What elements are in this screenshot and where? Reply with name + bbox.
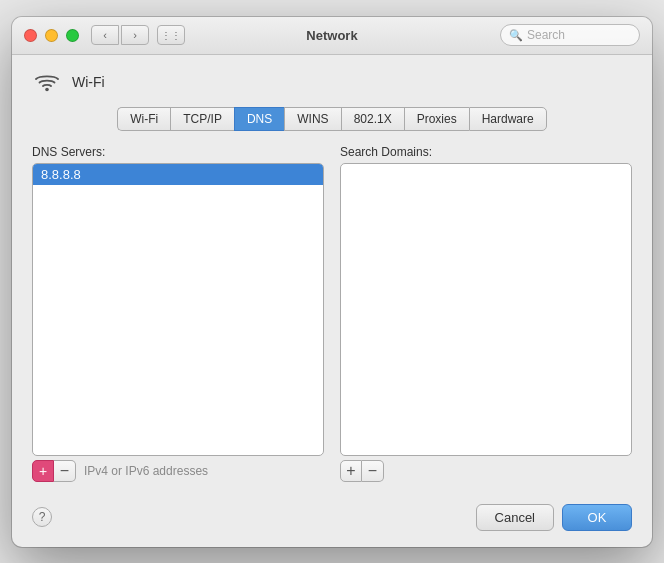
traffic-lights (24, 29, 79, 42)
search-domains-label: Search Domains: (340, 145, 632, 159)
remove-dns-server-button[interactable]: − (54, 460, 76, 482)
window: ‹ › ⋮⋮ Network 🔍 Search Wi-Fi Wi-Fi TCP/… (12, 17, 652, 547)
ok-button[interactable]: OK (562, 504, 632, 531)
main-content: Wi-Fi Wi-Fi TCP/IP DNS WINS 802.1X Proxi… (12, 55, 652, 494)
help-button[interactable]: ? (32, 507, 52, 527)
back-button[interactable]: ‹ (91, 25, 119, 45)
maximize-button[interactable] (66, 29, 79, 42)
footer-buttons: Cancel OK (476, 504, 632, 531)
forward-button[interactable]: › (121, 25, 149, 45)
svg-point-0 (45, 87, 49, 91)
wifi-icon (32, 71, 62, 93)
wifi-header: Wi-Fi (32, 71, 632, 93)
search-domains-list[interactable] (340, 163, 632, 456)
dns-servers-panel: DNS Servers: 8.8.8.8 + − IPv4 or IPv6 ad… (32, 145, 324, 482)
minimize-button[interactable] (45, 29, 58, 42)
search-box[interactable]: 🔍 Search (500, 24, 640, 46)
search-placeholder: Search (527, 28, 565, 42)
grid-button[interactable]: ⋮⋮ (157, 25, 185, 45)
dns-panels: DNS Servers: 8.8.8.8 + − IPv4 or IPv6 ad… (32, 145, 632, 482)
tab-wifi[interactable]: Wi-Fi (117, 107, 170, 131)
remove-search-domain-button[interactable]: − (362, 460, 384, 482)
dns-hint: IPv4 or IPv6 addresses (84, 464, 208, 478)
search-domains-panel: Search Domains: + − (340, 145, 632, 482)
tab-8021x[interactable]: 802.1X (341, 107, 404, 131)
tabs-bar: Wi-Fi TCP/IP DNS WINS 802.1X Proxies Har… (32, 107, 632, 131)
dns-servers-label: DNS Servers: (32, 145, 324, 159)
cancel-button[interactable]: Cancel (476, 504, 554, 531)
tab-dns[interactable]: DNS (234, 107, 284, 131)
tab-tcpip[interactable]: TCP/IP (170, 107, 234, 131)
footer: ? Cancel OK (12, 494, 652, 547)
nav-buttons: ‹ › (91, 25, 149, 45)
dns-servers-controls: + − IPv4 or IPv6 addresses (32, 460, 324, 482)
search-icon: 🔍 (509, 29, 523, 42)
search-domains-controls: + − (340, 460, 632, 482)
tab-hardware[interactable]: Hardware (469, 107, 547, 131)
list-item[interactable]: 8.8.8.8 (33, 164, 323, 185)
window-title: Network (306, 28, 357, 43)
add-dns-server-button[interactable]: + (32, 460, 54, 482)
tab-proxies[interactable]: Proxies (404, 107, 469, 131)
close-button[interactable] (24, 29, 37, 42)
titlebar: ‹ › ⋮⋮ Network 🔍 Search (12, 17, 652, 55)
dns-servers-list[interactable]: 8.8.8.8 (32, 163, 324, 456)
add-search-domain-button[interactable]: + (340, 460, 362, 482)
tab-wins[interactable]: WINS (284, 107, 340, 131)
wifi-label: Wi-Fi (72, 74, 105, 90)
